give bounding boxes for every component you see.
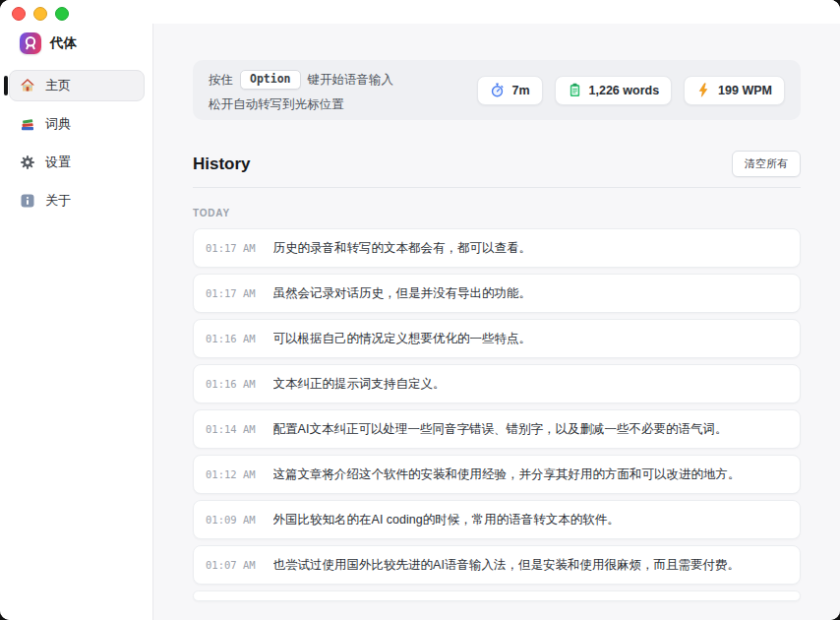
history-divider [193,187,801,188]
entry-text: 配置AI文本纠正可以处理一些同音字错误、错别字，以及删减一些不必要的语气词。 [273,421,728,438]
entry-timestamp: 01:17 AM [206,287,256,299]
microphone-app-icon [20,32,41,54]
entry-text: 虽然会记录对话历史，但是并没有导出的功能。 [273,285,532,302]
titlebar [0,0,840,24]
history-entry[interactable]: 01:16 AM 文本纠正的提示词支持自定义。 [193,364,801,403]
zoom-window-button[interactable] [55,7,69,21]
history-list: 01:17 AM 历史的录音和转写的文本都会有，都可以查看。 01:17 AM … [193,228,801,601]
duration-badge: 7m [477,76,542,105]
history-entry[interactable]: 01:07 AM 也尝试过使用国外比较先进的AI语音输入法，但是安装和使用很麻烦… [193,545,801,585]
history-entry[interactable]: 01:17 AM 历史的录音和转写的文本都会有，都可以查看。 [193,228,801,268]
stopwatch-icon [490,83,505,97]
entry-text: 历史的录音和转写的文本都会有，都可以查看。 [273,240,532,257]
entry-timestamp: 01:12 AM [206,468,256,480]
entry-timestamp: 01:16 AM [206,378,256,390]
minimize-window-button[interactable] [33,7,47,21]
hint-line1-prefix: 按住 [209,74,233,87]
sidebar-item-label: 设置 [45,154,71,171]
entry-timestamp: 01:17 AM [206,242,256,254]
sidebar-item-label: 关于 [45,192,71,210]
entry-timestamp: 01:09 AM [206,514,256,526]
traffic-lights [12,7,69,21]
main-content: 按住 Option 键开始语音输入 松开自动转写到光标位置 [153,24,840,601]
entry-text: 也尝试过使用国外比较先进的AI语音输入法，但是安装和使用很麻烦，而且需要付费。 [273,557,740,574]
wpm-value: 199 WPM [718,84,772,97]
info-icon [20,193,35,209]
books-icon [20,116,35,132]
entry-timestamp: 01:16 AM [206,333,256,344]
history-entry[interactable]: 01:09 AM 外国比较知名的在AI coding的时候，常用的语音转文本的软… [193,500,801,539]
shortcut-hint-text: 按住 Option 键开始语音输入 松开自动转写到光标位置 [209,70,393,110]
main-area: 按住 Option 键开始语音输入 松开自动转写到光标位置 [153,0,840,620]
entry-text: 这篇文章将介绍这个软件的安装和使用经验，并分享其好用的方面和可以改进的地方。 [273,466,741,483]
history-entry-partial[interactable] [193,590,801,601]
sidebar-item-label: 词典 [45,115,71,133]
history-header: History 清空所有 [193,151,801,177]
zap-icon [696,83,711,97]
history-entry[interactable]: 01:16 AM 可以根据自己的情况定义想要优化的一些特点。 [193,319,801,358]
app-window: 代体 主页 [0,0,840,620]
close-window-button[interactable] [12,7,26,21]
clear-all-button[interactable]: 清空所有 [732,151,801,177]
entry-timestamp: 01:07 AM [206,559,256,571]
history-entry[interactable]: 01:12 AM 这篇文章将介绍这个软件的安装和使用经验，并分享其好用的方面和可… [193,455,801,494]
hint-line1-suffix: 键开始语音输入 [308,74,394,87]
history-title: History [193,155,251,174]
sidebar-item-settings[interactable]: 设置 [9,147,145,178]
sidebar: 代体 主页 [0,0,152,620]
history-entry[interactable]: 01:17 AM 虽然会记录对话历史，但是并没有导出的功能。 [193,274,801,313]
home-icon [20,78,35,93]
history-group-label: TODAY [193,208,801,218]
hint-line2: 松开自动转写到光标位置 [209,98,393,111]
words-badge: 1,226 words [555,76,673,105]
sidebar-divider [152,22,153,620]
sidebar-item-label: 主页 [45,77,71,94]
gear-icon [20,155,35,170]
clipboard-icon [568,83,582,97]
sidebar-nav: 主页 词典 [0,70,152,217]
option-keycap: Option [240,70,301,90]
shortcut-hint-card: 按住 Option 键开始语音输入 松开自动转写到光标位置 [193,60,801,120]
entry-text: 外国比较知名的在AI coding的时候，常用的语音转文本的软件。 [273,512,620,528]
sidebar-item-dictionary[interactable]: 词典 [9,108,145,140]
entry-timestamp: 01:14 AM [206,423,256,435]
stats-badges: 7m 1,226 words [477,76,785,105]
app-title: 代体 [50,34,77,52]
entry-text: 文本纠正的提示词支持自定义。 [273,376,446,393]
words-value: 1,226 words [589,84,660,97]
duration-value: 7m [511,84,529,97]
wpm-badge: 199 WPM [684,76,785,105]
sidebar-item-about[interactable]: 关于 [9,185,145,217]
history-entry[interactable]: 01:14 AM 配置AI文本纠正可以处理一些同音字错误、错别字，以及删减一些不… [193,409,801,449]
entry-text: 可以根据自己的情况定义想要优化的一些特点。 [273,331,532,347]
sidebar-item-home[interactable]: 主页 [9,70,145,101]
